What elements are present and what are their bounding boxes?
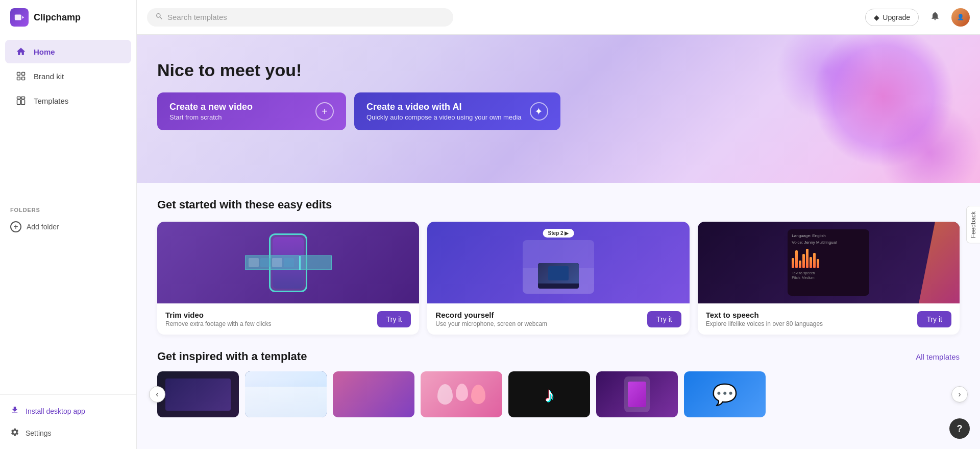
home-icon [15,46,27,57]
template-card-4[interactable] [421,371,502,417]
template-carousel: ‹ [157,371,960,417]
templates-section: Get inspired with a template All templat… [137,350,980,433]
install-label: Install desktop app [26,407,85,415]
content-area: Nice to meet you! Create a new video Sta… [137,35,980,449]
svg-rect-4 [17,77,20,80]
hero-banner: Nice to meet you! Create a new video Sta… [137,35,980,183]
text-to-speech-card: Language: English Voice: Jenny Multiling… [698,222,960,335]
logo-icon [10,8,29,27]
btn-ai-content: Create a video with AI Quickly auto comp… [366,102,522,121]
notification-button[interactable] [926,8,944,27]
svg-rect-8 [17,100,21,104]
templates-section-title: Get inspired with a template [157,350,307,363]
chevron-right-icon: › [958,390,961,399]
template-card-3[interactable] [333,371,414,417]
sidebar-item-brand-kit[interactable]: Brand kit [5,64,131,88]
template-cards: ♪ ♪ ♪ [157,371,960,417]
svg-rect-5 [22,77,25,80]
btn-new-title: Create a new video [169,102,253,112]
user-avatar[interactable]: 👤 [951,8,970,27]
template-card-1[interactable] [157,371,239,417]
trim-card-body: Trim video Remove extra footage with a f… [157,303,419,335]
svg-rect-6 [17,97,21,99]
settings-label: Settings [26,429,52,437]
template-card-7[interactable]: 💬 [684,371,766,417]
tts-visual: Language: English Voice: Jenny Multiling… [698,222,960,303]
folders-section: FOLDERS [0,200,136,216]
btn-new-sub: Start from scratch [169,113,253,121]
settings-button[interactable]: Settings [0,422,136,444]
trim-card-info: Trim video Remove extra footage with a f… [165,311,271,327]
create-new-video-button[interactable]: Create a new video Start from scratch + [157,92,346,130]
easy-edits-grid: Trim video Remove extra footage with a f… [157,222,960,335]
install-desktop-button[interactable]: Install desktop app [0,400,136,422]
btn-ai-title: Create a video with AI [366,102,522,112]
svg-rect-2 [17,73,20,76]
trim-visual [157,222,419,303]
tts-card-sub: Explore lifelike voices in over 80 langu… [706,320,823,327]
sidebar-item-templates[interactable]: Templates [5,89,131,112]
record-yourself-card: Step 2 ▶ [427,222,689,335]
logo-text: Clipchamp [34,12,81,23]
record-visual: Step 2 ▶ [427,222,689,303]
search-icon [155,12,163,22]
svg-rect-3 [22,73,25,76]
easy-edits-section: Get started with these easy edits [137,183,980,350]
avatar-initials: 👤 [957,14,964,20]
tts-thumb: Language: English Voice: Jenny Multiling… [698,222,960,303]
brand-kit-icon [15,70,27,82]
template-card-5[interactable]: ♪ ♪ ♪ [508,371,590,417]
sidebar-nav: Home Brand kit [0,35,136,200]
feedback-tab[interactable]: Feedback [966,205,980,244]
trim-card-sub: Remove extra footage with a few clicks [165,320,271,327]
plus-circle-icon: + [315,102,334,121]
record-thumb: Step 2 ▶ [427,222,689,303]
sidebar-item-home-label: Home [34,48,55,56]
add-folder-plus-icon: + [10,221,21,232]
add-folder-label: Add folder [27,223,59,231]
help-button[interactable]: ? [949,418,970,439]
template-card-2[interactable] [245,371,327,417]
install-icon [10,406,19,416]
logo[interactable]: Clipchamp [0,0,136,35]
templates-icon [15,95,27,106]
sidebar: Clipchamp Home Brand kit [0,0,137,449]
upgrade-label: Upgrade [883,13,910,21]
sidebar-item-home[interactable]: Home [5,40,131,63]
feedback-label: Feedback [970,211,977,238]
add-folder-button[interactable]: + Add folder [0,216,136,238]
sparkle-icon: ✦ [530,102,548,121]
main-area: ◆ Upgrade 👤 Nice to meet you! [137,0,980,449]
sidebar-bottom: Install desktop app Settings [0,394,136,449]
svg-rect-9 [21,100,25,104]
bell-icon [930,11,940,23]
tts-try-button[interactable]: Try it [917,311,951,327]
topbar-right: ◆ Upgrade 👤 [865,8,970,27]
btn-new-content: Create a new video Start from scratch [169,102,253,121]
create-ai-video-button[interactable]: Create a video with AI Quickly auto comp… [354,92,560,130]
template-card-6[interactable] [596,371,678,417]
search-box[interactable] [147,8,453,27]
search-input[interactable] [167,13,445,21]
svg-marker-1 [22,16,24,19]
record-card-body: Record yourself Use your microphone, scr… [427,303,689,335]
trim-try-button[interactable]: Try it [377,311,411,327]
help-label: ? [957,423,963,434]
all-templates-link[interactable]: All templates [916,352,960,361]
sidebar-item-brand-kit-label: Brand kit [34,72,64,81]
carousel-next-button[interactable]: › [951,386,968,403]
folders-label: FOLDERS [10,207,40,213]
record-card-info: Record yourself Use your microphone, scr… [435,311,547,327]
diamond-icon: ◆ [874,13,879,21]
trim-card-title: Trim video [165,311,271,319]
upgrade-button[interactable]: ◆ Upgrade [865,9,919,26]
record-try-button[interactable]: Try it [647,311,681,327]
trim-thumb [157,222,419,303]
easy-edits-title: Get started with these easy edits [157,198,960,211]
carousel-prev-button[interactable]: ‹ [149,386,165,403]
sidebar-item-templates-label: Templates [34,97,68,105]
chevron-left-icon: ‹ [156,390,158,399]
svg-rect-0 [15,15,21,20]
btn-ai-sub: Quickly auto compose a video using your … [366,113,522,121]
settings-icon [10,428,19,438]
